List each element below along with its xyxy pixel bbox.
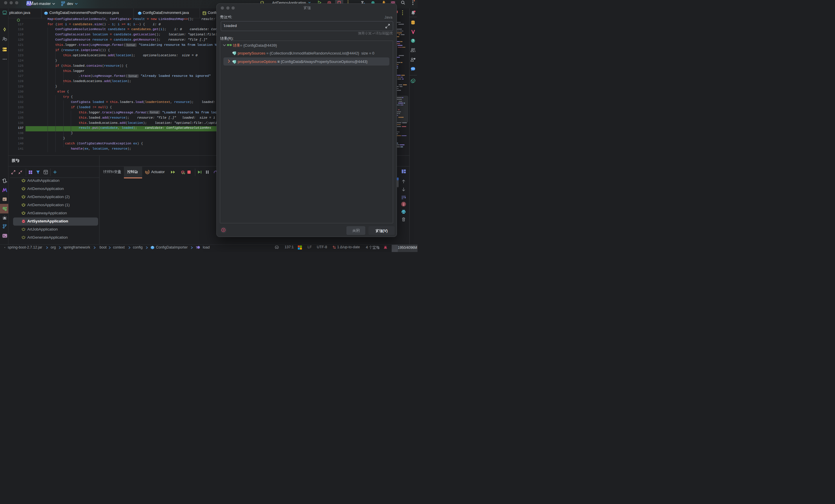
svg-text:?: ? xyxy=(223,229,224,232)
svg-text:?: ? xyxy=(412,39,414,42)
